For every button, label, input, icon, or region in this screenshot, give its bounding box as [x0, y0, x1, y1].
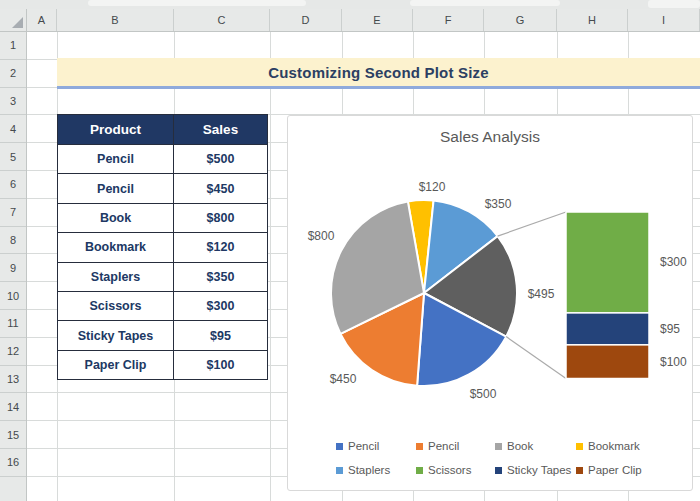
pie-data-label: $450: [330, 372, 357, 386]
row-header-14[interactable]: 14: [0, 393, 26, 421]
sales-cell[interactable]: $100: [174, 350, 268, 379]
product-cell[interactable]: Bookmark: [58, 233, 174, 262]
row-header-3[interactable]: 3: [0, 88, 26, 116]
legend-marker-icon: [416, 443, 423, 450]
bar-segment-sticky-tapes[interactable]: [566, 313, 649, 345]
pie-data-label: $495: [528, 287, 555, 301]
gridline: [270, 32, 271, 501]
legend-item-scissors[interactable]: Scissors: [416, 465, 471, 476]
select-all-corner[interactable]: [0, 9, 27, 32]
table-row: Pencil$500: [58, 145, 268, 174]
sales-chart[interactable]: Sales Analysis $300$95$100$120$350$495$5…: [287, 115, 693, 491]
legend-label: Staplers: [348, 465, 390, 476]
formula-bar-remnant: [0, 0, 700, 9]
toolbar-fragment: [648, 0, 700, 8]
row-header-5[interactable]: 5: [0, 143, 26, 171]
product-cell[interactable]: Pencil: [58, 145, 174, 174]
legend-item-paper-clip[interactable]: Paper Clip: [576, 465, 642, 476]
row-header-13[interactable]: 13: [0, 366, 26, 394]
legend-item-pencil[interactable]: Pencil: [416, 441, 459, 452]
series-connector-line: [498, 212, 566, 236]
legend-label: Bookmark: [588, 441, 640, 452]
legend-item-staplers[interactable]: Staplers: [336, 465, 390, 476]
product-cell[interactable]: Paper Clip: [58, 350, 174, 379]
sales-cell[interactable]: $300: [174, 291, 268, 320]
row-header-16[interactable]: 16: [0, 449, 26, 477]
toolbar-fragment: [88, 0, 306, 6]
pie-data-label: $500: [470, 387, 497, 401]
series-connector-line: [506, 337, 566, 379]
row-header-8[interactable]: 8: [0, 227, 26, 255]
product-cell[interactable]: Book: [58, 203, 174, 232]
column-header-band: ABCDEFGHI: [27, 9, 700, 32]
row-header-10[interactable]: 10: [0, 282, 26, 310]
bar-data-label: $300: [660, 255, 687, 269]
pie-data-label: $800: [308, 229, 335, 243]
legend-item-bookmark[interactable]: Bookmark: [576, 441, 640, 452]
row-header-6[interactable]: 6: [0, 171, 26, 199]
column-header-H[interactable]: H: [557, 9, 628, 31]
table-row: Staplers$350: [58, 262, 268, 291]
row-header-12[interactable]: 12: [0, 338, 26, 366]
row-header-1[interactable]: 1: [0, 32, 26, 60]
product-cell[interactable]: Staplers: [58, 262, 174, 291]
column-header-I[interactable]: I: [628, 9, 700, 31]
column-header-C[interactable]: C: [174, 9, 270, 31]
table-row: Pencil$450: [58, 174, 268, 203]
pie-data-label: $120: [419, 180, 446, 194]
sales-table: ProductSales Pencil$500Pencil$450Book$80…: [57, 114, 268, 380]
banner-cell[interactable]: Customizing Second Plot Size: [57, 58, 700, 89]
sales-cell[interactable]: $450: [174, 174, 268, 203]
sales-cell[interactable]: $800: [174, 203, 268, 232]
legend-marker-icon: [495, 443, 502, 450]
column-header-A[interactable]: A: [27, 9, 57, 31]
row-header-11[interactable]: 11: [0, 310, 26, 338]
sales-cell[interactable]: $120: [174, 233, 268, 262]
column-header-B[interactable]: B: [57, 9, 174, 31]
product-cell[interactable]: Scissors: [58, 291, 174, 320]
legend-label: Pencil: [348, 441, 379, 452]
sales-cell[interactable]: $95: [174, 321, 268, 350]
legend-marker-icon: [576, 443, 583, 450]
bar-segment-scissors[interactable]: [566, 212, 649, 313]
legend-item-book[interactable]: Book: [495, 441, 533, 452]
column-header-G[interactable]: G: [484, 9, 557, 31]
legend-item-pencil[interactable]: Pencil: [336, 441, 379, 452]
banner-title: Customizing Second Plot Size: [268, 64, 489, 81]
product-cell[interactable]: Sticky Tapes: [58, 321, 174, 350]
toolbar-fragment: [410, 0, 560, 6]
sales-cell[interactable]: $350: [174, 262, 268, 291]
bar-segment-paper-clip[interactable]: [566, 345, 649, 379]
chart-plot-area: $300$95$100$120$350$495$500$450$800: [288, 116, 694, 492]
column-header-E[interactable]: E: [342, 9, 413, 31]
legend-marker-icon: [416, 467, 423, 474]
sales-cell[interactable]: $500: [174, 145, 268, 174]
legend-marker-icon: [495, 467, 502, 474]
product-cell[interactable]: Pencil: [58, 174, 174, 203]
excel-worksheet: ABCDEFGHI 12345678910111213141516 Custom…: [0, 0, 700, 501]
legend-label: Book: [507, 441, 533, 452]
row-header-partial[interactable]: [0, 477, 26, 501]
legend-marker-icon: [576, 467, 583, 474]
row-header-4[interactable]: 4: [0, 115, 26, 143]
table-header-sales[interactable]: Sales: [174, 115, 268, 145]
legend-label: Sticky Tapes: [507, 465, 571, 476]
table-header-row: ProductSales: [58, 115, 268, 145]
table-row: Scissors$300: [58, 291, 268, 320]
column-header-F[interactable]: F: [413, 9, 484, 31]
row-header-15[interactable]: 15: [0, 421, 26, 449]
legend-marker-icon: [336, 467, 343, 474]
row-header-7[interactable]: 7: [0, 199, 26, 227]
table-row: Sticky Tapes$95: [58, 321, 268, 350]
bar-data-label: $100: [660, 355, 687, 369]
column-header-D[interactable]: D: [270, 9, 342, 31]
row-header-2[interactable]: 2: [0, 60, 26, 88]
legend-label: Paper Clip: [588, 465, 642, 476]
table-header-product[interactable]: Product: [58, 115, 174, 145]
table-row: Bookmark$120: [58, 233, 268, 262]
table-row: Paper Clip$100: [58, 350, 268, 379]
legend-item-sticky-tapes[interactable]: Sticky Tapes: [495, 465, 571, 476]
table-row: Book$800: [58, 203, 268, 232]
row-header-9[interactable]: 9: [0, 254, 26, 282]
legend-marker-icon: [336, 443, 343, 450]
